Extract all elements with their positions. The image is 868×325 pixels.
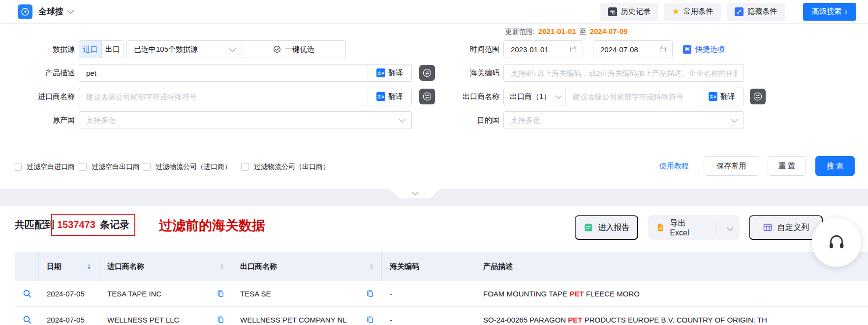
copy-icon[interactable] — [217, 316, 224, 324]
checkbox-filter-logistics-exporter[interactable]: 过滤物流公司（出口商） — [241, 162, 330, 171]
time-range-label: 时间范围 — [423, 40, 499, 58]
report-icon — [584, 223, 593, 232]
history-button[interactable]: 历史记录 — [600, 3, 658, 21]
product-desc-input[interactable] — [79, 69, 368, 77]
date-end-field: 2024-07-08 — [593, 40, 673, 58]
exporter-cell: TESA SE — [232, 281, 382, 306]
exporter-name: TESA SE — [240, 290, 271, 298]
command-icon: ⌘ — [683, 45, 691, 54]
sort-control[interactable]: ▲ ▼ — [83, 263, 91, 270]
desc-text: FOAM MOUNTING TAPE — [483, 290, 569, 298]
export-options-dropdown[interactable] — [720, 215, 740, 240]
tab-export[interactable]: 出口 — [102, 41, 124, 58]
support-float-button[interactable] — [812, 218, 861, 267]
date-range-separator: – — [584, 40, 591, 58]
globe-icon — [21, 7, 30, 16]
column-header-importer[interactable]: 进口商名称 ▲ ▼ — [99, 252, 232, 281]
column-header-date[interactable]: 日期 ▲ ▼ — [39, 252, 99, 281]
magnifier-icon[interactable] — [23, 289, 31, 298]
tutorial-link[interactable]: 使用教程 — [659, 156, 689, 176]
quick-options-button[interactable]: ⌘ 快捷选项 — [683, 40, 725, 58]
advanced-search-button[interactable]: 高级搜索 › — [803, 3, 856, 21]
customize-columns-label: 自定义列 — [777, 223, 809, 233]
product-desc-label: 产品描述 — [0, 64, 75, 82]
export-excel-button[interactable]: 导出Excel — [648, 215, 710, 240]
copy-icon[interactable] — [217, 290, 224, 297]
customize-columns-button[interactable]: 自定义列 — [749, 215, 823, 240]
tab-import[interactable]: 进口 — [79, 41, 101, 58]
checkbox-filter-blank-exporter[interactable]: 过滤空白出口商 — [79, 162, 140, 171]
result-summary-prefix: 共匹配到 — [15, 214, 54, 236]
save-common-button[interactable]: 保存常用 — [704, 156, 759, 176]
hide-conditions-button[interactable]: 隐藏条件 — [727, 3, 785, 21]
chevron-down-icon — [399, 116, 405, 123]
copy-icon[interactable] — [366, 316, 374, 324]
export-excel-label: 导出Excel — [670, 218, 702, 237]
results-table: 日期 ▲ ▼ 进口商名称 ▲ ▼ 出口商名称 ▲ — [15, 252, 868, 325]
hs-code-input[interactable] — [504, 69, 744, 77]
chevron-down-icon — [727, 225, 733, 231]
dest-country-label: 目的国 — [423, 111, 499, 129]
checkbox-icon[interactable] — [143, 163, 151, 171]
search-button[interactable]: 搜 索 — [815, 156, 855, 176]
enter-report-label: 进入报告 — [598, 223, 630, 233]
result-count: 1537473 — [57, 219, 95, 230]
hs-code-fieldbox — [503, 64, 744, 82]
magnifier-icon[interactable] — [23, 315, 31, 324]
checkbox-icon[interactable] — [14, 163, 22, 171]
importer-label: 进口商名称 — [0, 88, 75, 105]
sort-control[interactable]: ▲ ▼ — [216, 263, 224, 270]
product-desc-cell: SO-24-00265 PARAGON PET PRODUCTS EUROPE … — [475, 307, 868, 325]
checkbox-filter-blank-importer[interactable]: 过滤空白进口商 — [14, 162, 75, 171]
favorites-button[interactable]: ★ 常用条件 — [664, 3, 721, 21]
dest-country-select[interactable]: 支持多选 — [503, 111, 744, 129]
translate-label: 翻译 — [388, 92, 403, 101]
translate-icon: 文A — [709, 92, 717, 101]
translate-button[interactable]: 文A 翻译 — [368, 88, 411, 105]
data-source-select[interactable]: 已选中105个数据源 — [127, 45, 230, 54]
exporter-input[interactable] — [566, 93, 700, 101]
export-excel-button-group: 导出Excel — [648, 215, 740, 240]
origin-country-placeholder: 支持多选 — [79, 116, 400, 125]
importer-input[interactable] — [79, 93, 368, 101]
calendar-icon[interactable] — [659, 45, 667, 53]
column-title: 日期 — [47, 262, 62, 271]
importer-cell: TESA TAPE INC — [99, 281, 232, 306]
origin-country-select[interactable]: 支持多选 — [79, 111, 412, 129]
sort-control[interactable]: ▲ ▼ — [366, 263, 373, 270]
origin-country-label: 原产国 — [0, 111, 75, 129]
update-range-label: 更新范围: — [505, 28, 535, 36]
sort-desc-icon[interactable]: ▼ — [220, 266, 224, 270]
checkbox-filter-logistics-importer[interactable]: 过滤物流公司（进口商） — [143, 162, 231, 171]
update-range-start: 2021-01-01 — [538, 27, 576, 35]
chevron-down-icon — [412, 189, 418, 195]
translate-button[interactable]: 文A 翻译 — [368, 65, 411, 81]
table-header-row: 日期 ▲ ▼ 进口商名称 ▲ ▼ 出口商名称 ▲ — [15, 252, 868, 281]
checkbox-icon[interactable] — [241, 163, 249, 171]
update-range: 更新范围: 2021-01-01 至 2024-07-09 — [505, 27, 627, 36]
column-title: 出口商名称 — [240, 262, 277, 271]
hs-code-cell: - — [382, 281, 475, 306]
column-title: 进口商名称 — [107, 262, 144, 271]
chevron-down-icon[interactable] — [67, 7, 74, 14]
column-header-exporter[interactable]: 出口商名称 ▲ ▼ — [232, 252, 382, 281]
sort-desc-icon[interactable]: ▼ — [87, 266, 91, 270]
copy-icon[interactable] — [366, 290, 374, 297]
result-count-suffix: 条记录 — [100, 218, 129, 231]
enter-report-button[interactable]: 进入报告 — [575, 215, 638, 240]
exporter-type-select[interactable]: 出口商（1） — [504, 88, 566, 105]
table-row: 2024-07-05 TESA TAPE INC TESA SE - — [15, 281, 868, 307]
swap-translate-button[interactable] — [750, 89, 766, 104]
checkbox-label: 过滤物流公司（出口商） — [254, 162, 330, 171]
columns-icon — [763, 223, 773, 232]
calendar-icon[interactable] — [569, 45, 577, 53]
data-source-label: 数据源 — [0, 40, 75, 58]
date-start-value[interactable]: 2023-01-01 — [504, 45, 569, 54]
reset-button[interactable]: 重 置 — [768, 156, 806, 176]
importer-fieldbox: 文A 翻译 — [79, 88, 412, 105]
one-click-optimize-button[interactable]: 一键优选 — [242, 41, 345, 58]
sort-desc-icon[interactable]: ▼ — [370, 266, 373, 270]
checkbox-icon[interactable] — [79, 163, 87, 171]
date-end-value[interactable]: 2024-07-08 — [593, 45, 659, 54]
translate-button[interactable]: 文A 翻译 — [700, 88, 744, 105]
